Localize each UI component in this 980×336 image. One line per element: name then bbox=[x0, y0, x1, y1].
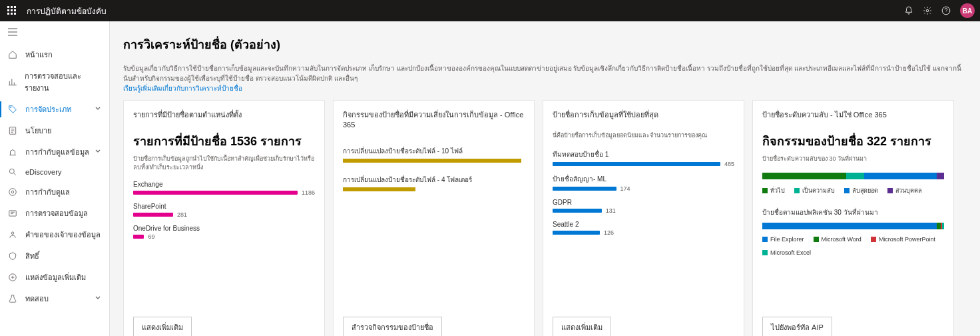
sidebar-item-10[interactable]: แหล่งข้อมูลเพิ่มเติม bbox=[0, 267, 109, 288]
card-subtitle: ป้ายชื่อระดับความลับของ 30 วันที่ผ่านมา bbox=[762, 155, 944, 163]
legend-swatch bbox=[844, 188, 850, 193]
policy-icon bbox=[8, 126, 19, 135]
svg-point-14 bbox=[9, 189, 17, 196]
bar bbox=[133, 235, 144, 239]
learn-more-link[interactable]: เรียนรู้เพิ่มเติมเกี่ยวกับการวิเคราะห์ป้… bbox=[123, 85, 242, 92]
svg-rect-8 bbox=[14, 13, 16, 15]
segment bbox=[762, 173, 846, 179]
bar-row: การเปลี่ยนแปลงป้ายชื่อระดับไฟล์ - 4 โฟลเ… bbox=[343, 175, 525, 191]
bar-label: ป้ายชื่อสัญญา- ML bbox=[553, 174, 734, 184]
avatar[interactable]: BA bbox=[960, 3, 975, 18]
sidebar-item-0[interactable]: หน้าแรก bbox=[0, 44, 109, 65]
bar-row: ทีมทดสอบป้ายชื่อ 1485 bbox=[553, 149, 734, 167]
chevron-down-icon bbox=[95, 295, 101, 303]
svg-point-11 bbox=[10, 107, 11, 108]
sidebar-item-6[interactable]: การกำกับดูแล bbox=[0, 181, 109, 203]
bar-label: Exchange bbox=[133, 181, 315, 188]
stacked-bar-apps bbox=[762, 223, 944, 229]
chevron-down-icon bbox=[95, 105, 101, 113]
bar bbox=[343, 159, 521, 163]
card-title: รายการที่มีป้ายชื่อตามตำแหน่งที่ตั้ง bbox=[133, 109, 315, 121]
bar bbox=[553, 209, 602, 213]
perms-icon bbox=[8, 251, 19, 261]
legend-label: Microsoft PowerPoint bbox=[879, 236, 935, 243]
page-description: รับข้อมูลเกี่ยวกับวิธีการใช้ป้ายชื่อการเ… bbox=[123, 63, 967, 93]
legend-item: Microsoft PowerPoint bbox=[871, 236, 935, 243]
aip-portal-button[interactable]: ไปยังพอร์ทัล AIP bbox=[762, 317, 832, 336]
sidebar-item-label: สิทธิ์ bbox=[25, 250, 39, 262]
bar-row: การเปลี่ยนแปลงป้ายชื่อระดับไฟล์ - 10 ไฟล… bbox=[343, 146, 525, 163]
sidebar-item-9[interactable]: สิทธิ์ bbox=[0, 245, 109, 267]
segment bbox=[846, 173, 864, 179]
card-top-labels: ป้ายชื่อการเก็บข้อมูลที่ใช้บ่อยที่สุด นี… bbox=[543, 100, 744, 336]
legend-item: เป็นความลับ bbox=[794, 186, 835, 195]
card-headline: กิจกรรมของป้ายชื่อ 322 รายการ bbox=[762, 131, 944, 151]
legend-swatch bbox=[762, 188, 768, 193]
sidebar-item-8[interactable]: คำขอของเจ้าของข้อมูล bbox=[0, 224, 109, 245]
home-icon bbox=[8, 50, 19, 59]
app-title: การปฏิบัติตามข้อบังคับ bbox=[27, 5, 904, 17]
legend-label: ส่วนบุคคล bbox=[895, 186, 922, 195]
dsr-icon bbox=[8, 230, 19, 239]
svg-point-17 bbox=[11, 232, 14, 235]
legend-item: ลับสุดยอด bbox=[844, 186, 878, 195]
card-title: ป้ายชื่อการเก็บข้อมูลที่ใช้บ่อยที่สุด bbox=[553, 109, 734, 121]
legend-item: ทั่วไป bbox=[762, 186, 785, 195]
legend-sensitivity: ทั่วไปเป็นความลับลับสุดยอดส่วนบุคคล bbox=[762, 186, 944, 195]
hamburger-icon[interactable] bbox=[0, 21, 109, 44]
sidebar-item-1[interactable]: การตรวจสอบและรายงาน bbox=[0, 65, 109, 99]
discovery-icon bbox=[8, 167, 19, 177]
sidebar-item-label: นโยบาย bbox=[25, 125, 51, 137]
svg-rect-16 bbox=[9, 211, 17, 216]
bell-icon[interactable] bbox=[904, 6, 913, 15]
show-more-button[interactable]: แสดงเพิ่มเติม bbox=[133, 317, 192, 336]
sidebar-item-label: หน้าแรก bbox=[25, 49, 53, 61]
bar-label: Seattle 2 bbox=[553, 221, 734, 228]
app-launcher-icon[interactable] bbox=[5, 4, 19, 17]
help-icon[interactable] bbox=[941, 6, 951, 15]
bar-value: 1186 bbox=[302, 189, 315, 196]
legend-swatch bbox=[887, 188, 893, 193]
bar bbox=[553, 162, 720, 166]
show-more-button[interactable]: แสดงเพิ่มเติม bbox=[553, 317, 611, 336]
bar-row: Seattle 2126 bbox=[553, 221, 734, 236]
card-sensitivity-labels: ป้ายชื่อระดับความลับ - ไม่ใช่ Office 365… bbox=[752, 100, 954, 336]
sidebar-item-4[interactable]: การกำกับดูแลข้อมูล bbox=[0, 141, 109, 163]
svg-rect-0 bbox=[7, 6, 9, 8]
bar bbox=[343, 187, 415, 191]
sidebar-item-3[interactable]: นโยบาย bbox=[0, 120, 109, 141]
gear-icon[interactable] bbox=[923, 6, 932, 15]
legend-label: File Explorer bbox=[770, 236, 804, 243]
svg-point-9 bbox=[926, 9, 929, 12]
bar-row: GDPR131 bbox=[553, 199, 734, 214]
bar-label: OneDrive for Business bbox=[133, 225, 315, 232]
sidebar-item-label: การจัดประเภท bbox=[25, 103, 71, 115]
bar-value: 174 bbox=[620, 185, 630, 192]
legend-item: ส่วนบุคคล bbox=[887, 186, 922, 195]
bar-value: 126 bbox=[604, 229, 614, 236]
sidebar-item-5[interactable]: eDiscovery bbox=[0, 163, 109, 181]
legend-swatch bbox=[814, 237, 819, 242]
explore-activity-button[interactable]: สำรวจกิจกรรมของป้ายชื่อ bbox=[343, 317, 442, 336]
sidebar-item-11[interactable]: ทดสอบ bbox=[0, 288, 109, 309]
sidebar-item-label: การกำกับดูแล bbox=[25, 186, 70, 198]
svg-rect-2 bbox=[14, 6, 16, 8]
super-icon bbox=[8, 187, 19, 197]
segment bbox=[762, 223, 937, 229]
bar-label: SharePoint bbox=[133, 203, 315, 210]
bar-label: การเปลี่ยนแปลงป้ายชื่อระดับไฟล์ - 4 โฟลเ… bbox=[343, 175, 525, 185]
segment bbox=[942, 223, 944, 229]
svg-rect-6 bbox=[7, 13, 9, 15]
bar-value: 131 bbox=[606, 207, 616, 214]
segment bbox=[937, 173, 944, 179]
card-title: กิจกรรมของป้ายชื่อที่มีความเสี่ยงในการเก… bbox=[343, 109, 525, 129]
sidebar-item-7[interactable]: การตรวจสอบข้อมูล bbox=[0, 203, 109, 224]
bar-value: 485 bbox=[724, 161, 734, 167]
section-label: ป้ายชื่อตามแอปพลิเคชัน 30 วันที่ผ่านมา bbox=[762, 207, 944, 217]
sidebar-item-2[interactable]: การจัดประเภท bbox=[0, 99, 109, 120]
sidebar-item-label: ทดสอบ bbox=[25, 293, 49, 305]
top-bar: การปฏิบัติตามข้อบังคับ BA bbox=[0, 0, 980, 21]
bar bbox=[553, 187, 616, 191]
legend-label: ลับสุดยอด bbox=[852, 186, 878, 195]
bar-label: GDPR bbox=[553, 199, 734, 206]
